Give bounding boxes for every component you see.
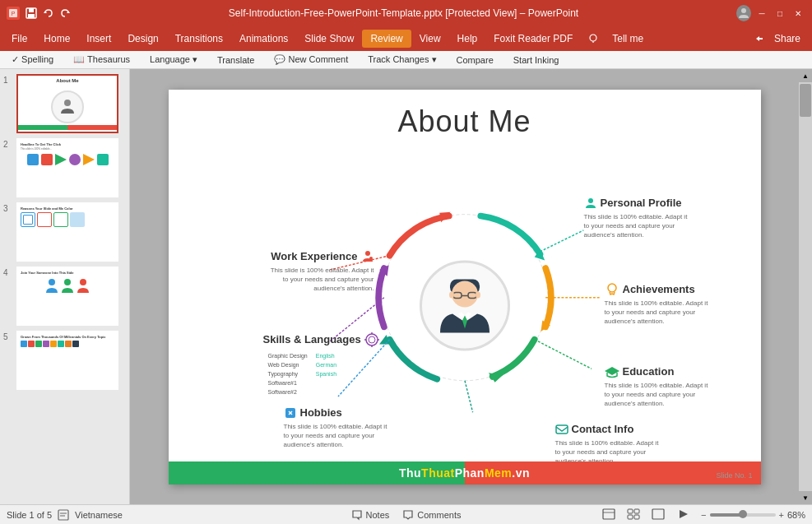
scroll-down-button[interactable]: ▼ (799, 491, 812, 504)
svg-marker-20 (439, 211, 450, 222)
svg-rect-51 (58, 510, 68, 520)
section-hobbies: Hobbies This slide is 100% editable. Ada… (284, 406, 391, 450)
slide-thumbnail-4[interactable]: Join Your Someone Into This Side (16, 267, 118, 326)
ribbon-ink[interactable]: Start Inking (508, 53, 564, 67)
slide-number: Slide No. 1 (716, 471, 752, 480)
svg-point-11 (49, 279, 55, 285)
achievements-icon (605, 283, 619, 296)
svg-marker-19 (379, 265, 389, 276)
slide-sorter-button[interactable] (622, 507, 645, 523)
ribbon-translate[interactable]: Translate (212, 53, 259, 67)
slide-thumb-2[interactable]: 2 Headline To Get The Click This slide i… (3, 138, 126, 197)
ribbon-comments[interactable]: 💬 New Comment (269, 53, 353, 67)
share-icon (754, 33, 766, 44)
menu-foxit[interactable]: Foxit Reader PDF (485, 30, 581, 48)
menu-share[interactable]: Share (766, 30, 809, 48)
section-personal-profile-title: Personal Profile (584, 197, 691, 210)
slide-thumb-1[interactable]: 1 About Me (3, 74, 126, 133)
zoom-slider[interactable] (710, 513, 776, 517)
svg-text:P: P (12, 11, 16, 16)
normal-view-button[interactable] (597, 507, 620, 523)
slideshow-button[interactable] (671, 507, 694, 523)
quick-access-toolbar: ✓ Spelling 📖 Thesaurus Language ▾ Transl… (0, 51, 812, 69)
menu-tellme[interactable]: Tell me (604, 30, 652, 48)
menu-view[interactable]: View (411, 30, 449, 48)
slide-num-4: 4 (3, 268, 13, 277)
minimize-button[interactable]: ─ (754, 6, 769, 21)
education-icon (605, 365, 619, 378)
hobbies-icon (284, 406, 297, 420)
watermark: ThuThuatPhanMem.vn (399, 466, 530, 480)
svg-marker-15 (534, 248, 545, 259)
section-achievements-title: Achievements (605, 283, 712, 296)
main-layout: 1 About Me 2 Headline To Get The Click T… (0, 69, 812, 504)
section-work-experience: Work Experience This slide is 100% edita… (267, 250, 374, 294)
save-icon[interactable] (25, 7, 38, 20)
menu-slideshow[interactable]: Slide Show (296, 30, 362, 48)
menu-review[interactable]: Review (362, 30, 411, 48)
center-person-circle (420, 261, 510, 351)
menu-file[interactable]: File (3, 30, 35, 48)
menu-home[interactable]: Home (35, 30, 78, 48)
svg-rect-3 (29, 8, 34, 12)
slide-thumb-5[interactable]: 5 Grown From Thousands Of Millennials On… (3, 331, 126, 390)
svg-point-13 (80, 279, 86, 285)
comments-button[interactable]: Comments (402, 509, 461, 521)
section-achievements: Achievements This slide is 100% editable… (605, 283, 712, 327)
zoom-control: − + 68% (701, 510, 805, 520)
menu-animations[interactable]: Animations (231, 30, 296, 48)
section-skills-title: Skills & Languages (263, 332, 379, 347)
ribbon-thesaurus[interactable]: 📖 Thesaurus (68, 53, 135, 67)
notes-label: Notes (366, 510, 390, 520)
status-bar-right: − + 68% (545, 507, 805, 523)
contact-info-icon (555, 423, 568, 436)
zoom-out-button[interactable]: − (701, 510, 706, 520)
slide-num-5: 5 (3, 332, 13, 341)
notes-button[interactable]: Notes (351, 509, 390, 521)
restore-button[interactable]: □ (773, 6, 787, 21)
menu-help[interactable]: Help (449, 30, 486, 48)
scroll-up-button[interactable]: ▲ (799, 69, 812, 82)
scroll-track (799, 82, 812, 491)
svg-point-29 (452, 281, 478, 307)
zoom-in-button[interactable]: + (779, 510, 784, 520)
undo-icon[interactable] (43, 7, 54, 19)
ribbon-tool[interactable]: ✓ Spelling (7, 53, 58, 67)
reading-view-button[interactable] (647, 507, 670, 523)
redo-icon[interactable] (59, 7, 71, 19)
skills-table: Graphic DesignEnglish Web DesignGerman T… (263, 350, 342, 397)
svg-point-34 (476, 291, 480, 298)
section-work-experience-desc: This slide is 100% editable. Adapt it to… (267, 266, 374, 294)
slide-thumb-3[interactable]: 3 Reasons Your Slide and Me Color (3, 202, 126, 262)
language-indicator: Vietnamese (75, 510, 123, 520)
svg-point-12 (64, 279, 71, 285)
section-skills: Skills & Languages Graphic DesignEnglish… (263, 332, 379, 397)
slide-thumbnail-5[interactable]: Grown From Thousands Of Millennials On E… (16, 331, 118, 390)
menu-insert[interactable]: Insert (78, 30, 119, 48)
status-bar-left: Slide 1 of 5 Vietnamese (7, 508, 267, 522)
ribbon-language[interactable]: Language ▾ (145, 53, 202, 67)
scroll-thumb[interactable] (800, 84, 811, 117)
slide-thumb-4[interactable]: 4 Join Your Someone Into This Side (3, 267, 126, 326)
ribbon-track[interactable]: Track Changes ▾ (363, 53, 441, 67)
slide-thumbnail-3[interactable]: Reasons Your Slide and Me Color (16, 202, 118, 262)
slide-num-2: 2 (3, 140, 13, 149)
vertical-scrollbar[interactable]: ▲ ▼ (799, 69, 812, 504)
slide-panel: 1 About Me 2 Headline To Get The Click T… (0, 69, 130, 504)
close-button[interactable]: ✕ (791, 6, 805, 21)
user-avatar (736, 6, 751, 21)
title-bar: P Self-Introduction-Free-PowerPoint-Temp… (0, 0, 812, 26)
ribbon-compare[interactable]: Compare (452, 53, 499, 67)
menu-bar: File Home Insert Design Transitions Anim… (0, 26, 812, 51)
menu-transitions[interactable]: Transitions (167, 30, 231, 48)
svg-point-33 (449, 291, 454, 298)
svg-marker-17 (488, 373, 502, 383)
slide-info: Slide 1 of 5 (7, 510, 52, 520)
svg-point-41 (369, 336, 375, 343)
menu-design[interactable]: Design (119, 30, 166, 48)
svg-marker-18 (379, 334, 390, 344)
window-title: Self-Introduction-Free-PowerPoint-Templa… (71, 7, 736, 19)
slide-thumbnail-1[interactable]: About Me (16, 74, 118, 133)
slide-thumbnail-2[interactable]: Headline To Get The Click This slide is … (16, 138, 118, 197)
main-slide: About Me (169, 90, 761, 485)
